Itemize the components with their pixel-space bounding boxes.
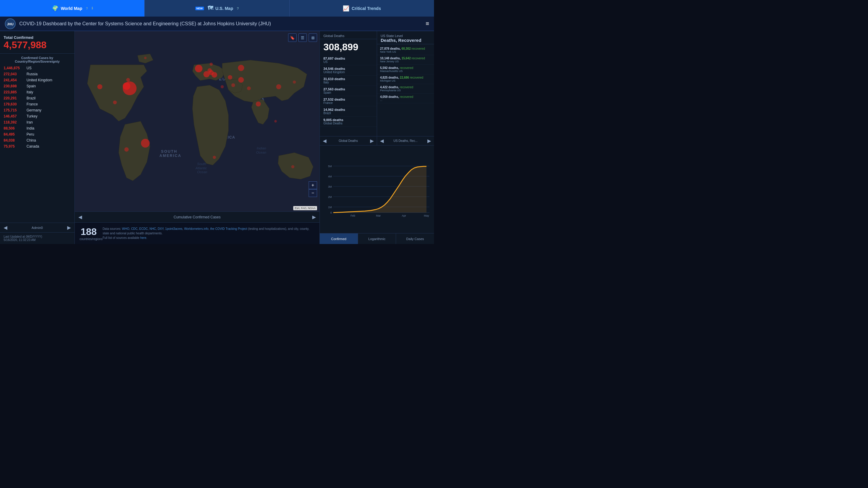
nav-critical-trends[interactable]: 📈 Critical Trends (290, 0, 434, 17)
svg-point-21 (97, 84, 102, 90)
source-nhc[interactable]: NHC (150, 227, 156, 230)
global-deaths-header: Global Deaths (320, 31, 377, 39)
total-confirmed-value: 4,577,988 (4, 40, 71, 50)
svg-point-39 (210, 63, 213, 66)
nav-us-map-label: U.S. Map (216, 6, 233, 11)
source-worldometers[interactable]: Worldometers.info (184, 227, 209, 230)
sidebar-prev-arrow[interactable]: ◀ (4, 225, 7, 230)
list-item[interactable]: 272,043Russia (0, 71, 74, 77)
svg-point-38 (113, 101, 117, 104)
source-here-link[interactable]: here (140, 236, 146, 239)
list-item[interactable]: 75,975Canada (0, 143, 74, 150)
svg-point-42 (247, 87, 251, 90)
country-list[interactable]: 1,446,875US 272,043Russia 241,454United … (0, 64, 74, 223)
svg-text:Ocean: Ocean (256, 151, 267, 154)
list-item[interactable]: 84,038China (0, 137, 74, 143)
grid-tool-btn[interactable]: ⊞ (309, 33, 317, 42)
list-item[interactable]: 118,392Iran (0, 119, 74, 125)
nav-world-map[interactable]: 🌍 World Map ? ℹ (0, 0, 145, 17)
svg-text:0: 0 (330, 211, 332, 214)
global-deaths-next[interactable]: ▶ (370, 138, 374, 144)
svg-text:Mar: Mar (376, 214, 381, 217)
bottom-bar: 188 countries/regions Data sources: WHO,… (75, 222, 319, 244)
us-deaths-list[interactable]: 27,878 deaths, 60,302 recovered New York… (377, 44, 434, 136)
zoom-in-btn[interactable]: + (309, 181, 317, 189)
left-sidebar: Total Confirmed 4,577,988 Confirmed Case… (0, 31, 75, 244)
list-item[interactable]: 230,698Spain (0, 83, 74, 89)
countries-count-label: countries/regions (80, 237, 98, 241)
world-map-icon: 🌍 (52, 5, 59, 12)
info-icon-worldmap[interactable]: ℹ (92, 6, 93, 10)
main-layout: Total Confirmed 4,577,988 Confirmed Case… (0, 31, 434, 244)
svg-point-33 (256, 101, 261, 107)
source-dxy[interactable]: DXY (158, 227, 163, 230)
nav-us-map[interactable]: NEW 🗺 U.S. Map ? (145, 0, 289, 17)
map-container[interactable]: North Atlantic Ocean South Atlantic Ocea… (75, 31, 319, 212)
sidebar-next-arrow[interactable]: ▶ (67, 225, 71, 230)
source-who[interactable]: WHO (122, 227, 129, 230)
trends-icon: 📈 (343, 5, 349, 12)
svg-text:AMERICA: AMERICA (159, 154, 181, 158)
tab-logarithmic[interactable]: Logarithmic (358, 233, 396, 244)
us-deaths-prev[interactable]: ◀ (380, 138, 384, 144)
last-updated-label: Last Updated at (M/D/YYYY) (4, 235, 71, 238)
menu-icon[interactable]: ≡ (426, 20, 429, 27)
list-item[interactable]: 179,630France (0, 101, 74, 107)
tab-daily-cases[interactable]: Daily Cases (396, 233, 434, 244)
total-confirmed-label: Total Confirmed (4, 35, 71, 40)
map-next-arrow[interactable]: ▶ (312, 214, 316, 220)
map-prev-arrow[interactable]: ◀ (79, 214, 82, 220)
us-state-level-label: US State Level (381, 34, 430, 38)
list-item: 9,005 deaths Global Deaths (320, 117, 377, 127)
list-item: 87,697 deaths US (320, 55, 377, 65)
datasource-text: Data sources: WHO, CDC, ECDC, NHC, DXY, … (102, 227, 315, 240)
svg-point-41 (231, 84, 235, 87)
zoom-out-btn[interactable]: − (309, 189, 317, 197)
global-deaths-prev[interactable]: ◀ (323, 138, 327, 144)
global-deaths-number: 308,899 (320, 39, 377, 54)
list-item: 14,962 deaths Brazil (320, 106, 377, 117)
svg-text:Feb: Feb (350, 214, 355, 217)
global-deaths-label: Global Deaths (323, 34, 373, 38)
nav-critical-trends-label: Critical Trends (352, 6, 381, 11)
svg-point-24 (195, 65, 203, 72)
list-item[interactable]: 1,446,875US (0, 65, 74, 71)
global-deaths-col: Global Deaths 308,899 87,697 deaths US 3… (320, 31, 377, 145)
list-item: 27,563 deaths Spain (320, 86, 377, 96)
list-item[interactable]: 241,454United Kingdom (0, 77, 74, 83)
deaths-list[interactable]: 87,697 deaths US 34,546 deaths United Ki… (320, 54, 377, 136)
chart-tabs: Confirmed Logarithmic Daily Cases (320, 233, 434, 244)
nav-world-map-label: World Map (61, 6, 82, 11)
map-footer: ◀ Cumulative Confirmed Cases ▶ (75, 212, 319, 222)
map-zoom-controls: + − (309, 181, 317, 197)
svg-point-36 (293, 80, 296, 84)
list-item[interactable]: 84,495Peru (0, 131, 74, 137)
help-icon-usmap[interactable]: ? (237, 7, 239, 10)
app-header: JHU COVID-19 Dashboard by the Center for… (0, 17, 434, 31)
svg-text:Apr: Apr (402, 214, 406, 217)
help-icon-worldmap[interactable]: ? (86, 7, 88, 10)
list-item[interactable]: 146,457Turkey (0, 113, 74, 119)
source-1point3acres[interactable]: 1point3acres (165, 227, 182, 230)
global-deaths-nav-label: Global Deaths (339, 139, 358, 142)
list-item[interactable]: 175,715Germany (0, 107, 74, 113)
us-state-deaths-title: Deaths, Recovered (381, 38, 430, 43)
us-deaths-next[interactable]: ▶ (427, 138, 431, 144)
global-deaths-nav: ◀ Global Deaths ▶ (320, 136, 377, 145)
source-covid-tracking[interactable]: the COVID Tracking Project (210, 227, 247, 230)
source-ecdc[interactable]: ECDC (139, 227, 148, 230)
countries-count: 188 (80, 226, 98, 237)
tab-confirmed[interactable]: Confirmed (320, 233, 358, 244)
bookmark-tool-btn[interactable]: 🔖 (288, 33, 297, 42)
us-state-deaths-col: US State Level Deaths, Recovered 27,878 … (377, 31, 434, 145)
chart-area: 5M 4M 3M 2M 1M 0 Feb Mar Apr May (320, 145, 434, 233)
list-item: 4,059 deaths, recovered ... (377, 94, 434, 103)
last-updated-date: 5/16/2020, 11:32:23 AM (4, 238, 71, 241)
list-item[interactable]: 223,885Italy (0, 89, 74, 95)
sidebar-nav-label: Admin0 (32, 226, 43, 230)
list-item[interactable]: 220,291Brazil (0, 95, 74, 101)
us-deaths-nav-label: US Deaths, Rec... (393, 139, 417, 142)
source-cdc[interactable]: CDC (131, 227, 138, 230)
list-tool-btn[interactable]: ☰ (299, 33, 307, 42)
list-item[interactable]: 88,506India (0, 125, 74, 131)
